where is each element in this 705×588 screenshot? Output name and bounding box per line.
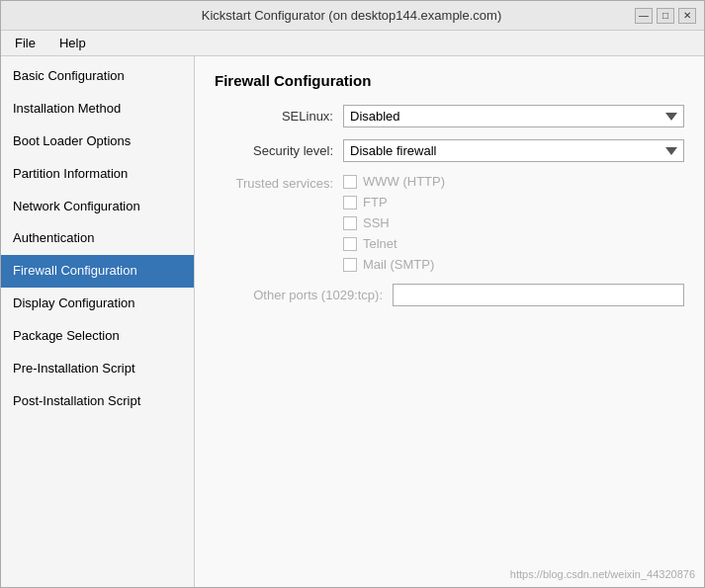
maximize-button[interactable]: □ [657, 8, 674, 24]
menu-help[interactable]: Help [53, 34, 92, 52]
main-content: Firewall Configuration SELinux: Disabled… [195, 56, 704, 587]
trusted-services-list: WWW (HTTP) FTP SSH Telnet [343, 174, 684, 272]
sidebar-item-firewall-configuration[interactable]: Firewall Configuration [1, 255, 194, 288]
checkbox-smtp[interactable] [343, 258, 357, 272]
sidebar-item-basic-configuration[interactable]: Basic Configuration [1, 60, 194, 93]
sidebar-item-partition-information[interactable]: Partition Information [1, 158, 194, 191]
service-telnet[interactable]: Telnet [343, 236, 684, 251]
menu-bar: File Help [1, 31, 704, 56]
security-level-control: Disable firewallEnable firewallNo firewa… [343, 139, 684, 162]
service-ssh-label: SSH [363, 215, 390, 230]
other-ports-row: Other ports (1029:tcp): [215, 284, 684, 306]
content-area: Basic Configuration Installation Method … [1, 56, 704, 587]
sidebar-item-authentication[interactable]: Authentication [1, 222, 194, 255]
checkbox-ftp[interactable] [343, 196, 357, 210]
other-ports-control [393, 284, 684, 306]
title-bar: Kickstart Configurator (on desktop144.ex… [1, 1, 704, 31]
menu-file[interactable]: File [9, 34, 42, 52]
service-www[interactable]: WWW (HTTP) [343, 174, 684, 189]
minimize-button[interactable]: — [635, 8, 653, 24]
other-ports-input[interactable] [393, 284, 684, 306]
other-ports-label: Other ports (1029:tcp): [215, 288, 393, 302]
security-level-row: Security level: Disable firewallEnable f… [215, 139, 684, 162]
checkbox-telnet[interactable] [343, 237, 357, 251]
security-level-select[interactable]: Disable firewallEnable firewallNo firewa… [343, 139, 684, 162]
sidebar-item-network-configuration[interactable]: Network Configuration [1, 191, 194, 223]
checkbox-ssh[interactable] [343, 216, 357, 230]
service-smtp[interactable]: Mail (SMTP) [343, 257, 684, 272]
service-ftp[interactable]: FTP [343, 195, 684, 210]
security-level-label: Security level: [215, 143, 343, 158]
sidebar-item-package-selection[interactable]: Package Selection [1, 320, 194, 353]
close-button[interactable]: ✕ [678, 8, 696, 24]
selinux-label: SELinux: [215, 109, 343, 124]
trusted-services-label: Trusted services: [215, 174, 343, 191]
selinux-select[interactable]: DisabledEnforcingPermissive [343, 105, 684, 127]
sidebar: Basic Configuration Installation Method … [1, 56, 195, 587]
sidebar-item-display-configuration[interactable]: Display Configuration [1, 288, 194, 320]
sidebar-item-post-installation-script[interactable]: Post-Installation Script [1, 385, 194, 418]
service-www-label: WWW (HTTP) [363, 174, 445, 189]
sidebar-item-pre-installation-script[interactable]: Pre-Installation Script [1, 353, 194, 385]
section-title: Firewall Configuration [215, 72, 684, 89]
service-smtp-label: Mail (SMTP) [363, 257, 434, 272]
window-title: Kickstart Configurator (on desktop144.ex… [68, 8, 635, 23]
checkbox-www[interactable] [343, 175, 357, 189]
service-ftp-label: FTP [363, 195, 388, 210]
selinux-control: DisabledEnforcingPermissive [343, 105, 684, 127]
watermark: https://blog.csdn.net/weixin_44320876 [510, 568, 695, 580]
trusted-services-row: Trusted services: WWW (HTTP) FTP SSH [215, 174, 684, 272]
service-telnet-label: Telnet [363, 236, 397, 251]
service-ssh[interactable]: SSH [343, 215, 684, 230]
sidebar-item-boot-loader-options[interactable]: Boot Loader Options [1, 126, 194, 158]
sidebar-item-installation-method[interactable]: Installation Method [1, 93, 194, 126]
selinux-row: SELinux: DisabledEnforcingPermissive [215, 105, 684, 127]
